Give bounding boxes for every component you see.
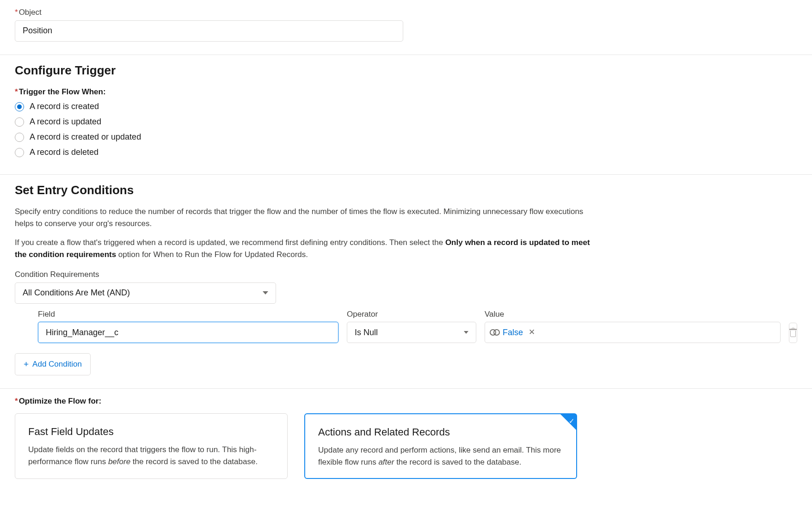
required-asterisk: * (15, 8, 18, 17)
entry-help-text-1: Specify entry conditions to reduce the n… (15, 206, 597, 229)
optimize-card[interactable]: Fast Field UpdatesUpdate fields on the r… (15, 413, 288, 479)
delete-condition-button[interactable] (789, 323, 797, 343)
radio-icon (15, 102, 24, 111)
condition-operator-value: Is Null (355, 326, 378, 339)
object-label: *Object (15, 6, 797, 18)
optimize-card-desc: Update any record and perform actions, l… (318, 444, 563, 468)
entry-conditions-title: Set Entry Conditions (15, 181, 797, 199)
required-asterisk: * (15, 397, 18, 405)
radio-label: A record is created (30, 100, 99, 113)
condition-operator-select[interactable]: Is Null (347, 322, 476, 343)
radio-label: A record is created or updated (30, 131, 141, 143)
configure-trigger-title: Configure Trigger (15, 61, 797, 80)
radio-icon (15, 117, 24, 127)
radio-label: A record is updated (30, 116, 101, 128)
optimize-card-title: Fast Field Updates (28, 424, 274, 439)
object-input[interactable]: Position (15, 20, 403, 42)
condition-value-input[interactable]: False ✕ (485, 322, 781, 343)
field-column-label: Field (38, 308, 338, 320)
condition-value-text: False (503, 326, 523, 339)
plus-icon: + (24, 360, 29, 368)
radio-icon (15, 133, 24, 142)
add-condition-label: Add Condition (32, 358, 82, 370)
chevron-down-icon (263, 291, 268, 294)
condition-field-value: Hiring_Manager__c (46, 326, 118, 339)
add-condition-button[interactable]: + Add Condition (15, 353, 91, 375)
condition-requirements-label: Condition Requirements (15, 269, 797, 281)
trigger-radio-option[interactable]: A record is created or updated (15, 131, 797, 143)
condition-row: Field Hiring_Manager__c Operator Is Null… (38, 308, 797, 343)
trash-icon (789, 329, 797, 337)
selected-check-icon: ✓ (560, 414, 576, 430)
condition-requirements-select[interactable]: All Conditions Are Met (AND) (15, 282, 276, 304)
entry-help-text-2: If you create a flow that's triggered wh… (15, 237, 597, 260)
optimize-card-title: Actions and Related Records (318, 424, 563, 440)
condition-requirements-value: All Conditions Are Met (AND) (23, 287, 130, 299)
radio-label: A record is deleted (30, 146, 98, 159)
required-asterisk: * (15, 87, 18, 96)
remove-value-icon[interactable]: ✕ (529, 326, 535, 338)
optimize-label: *Optimize the Flow for: (15, 395, 797, 407)
trigger-radio-option[interactable]: A record is created (15, 100, 797, 113)
optimize-card[interactable]: Actions and Related RecordsUpdate any re… (304, 413, 577, 479)
operator-column-label: Operator (347, 308, 476, 320)
trigger-when-label: *Trigger the Flow When: (15, 86, 797, 98)
value-pill: False ✕ (490, 326, 535, 339)
optimize-card-row: Fast Field UpdatesUpdate fields on the r… (15, 413, 797, 479)
boolean-icon (490, 329, 500, 336)
object-input-value: Position (23, 25, 52, 37)
chevron-down-icon (464, 331, 468, 334)
trigger-radio-option[interactable]: A record is deleted (15, 146, 797, 159)
optimize-card-desc: Update fields on the record that trigger… (28, 444, 274, 467)
trigger-radio-group: A record is createdA record is updatedA … (15, 100, 797, 159)
text-cursor (118, 327, 119, 337)
trigger-radio-option[interactable]: A record is updated (15, 116, 797, 128)
value-column-label: Value (485, 308, 781, 320)
radio-icon (15, 148, 24, 157)
condition-field-input[interactable]: Hiring_Manager__c (38, 322, 338, 343)
